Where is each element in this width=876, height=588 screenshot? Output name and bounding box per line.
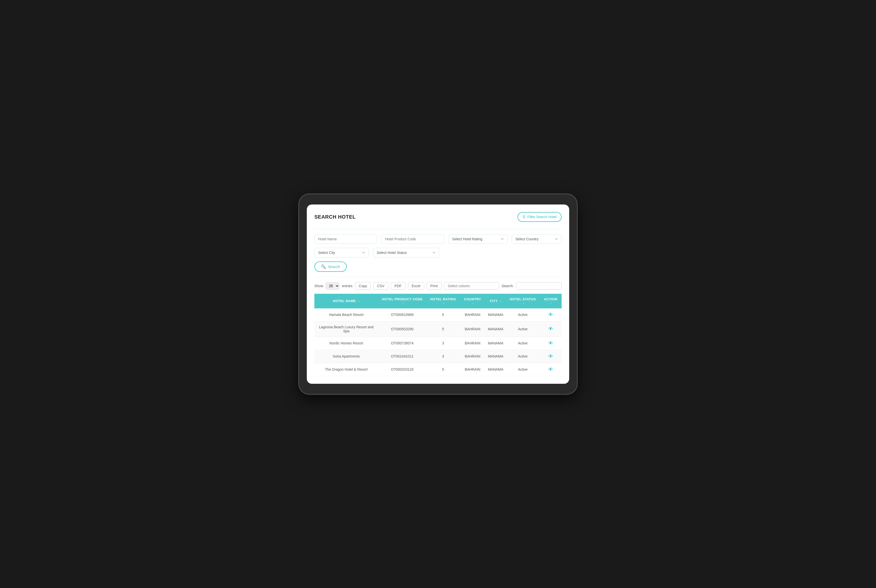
filter-search-button[interactable]: ⚲ Filter Search Hotel (517, 212, 562, 222)
cell-hotel-name: Lagoona Beach Luxury Resort and Spa (314, 321, 378, 337)
cell-action: 👁 (540, 337, 562, 350)
table-row: Lagoona Beach Luxury Resort and Spa OT00… (314, 321, 562, 337)
city-select[interactable]: Select City (314, 248, 369, 258)
cell-city: MANAMA (485, 337, 506, 350)
cell-city: MANAMA (485, 350, 506, 363)
cell-hotel-rating: 5 (427, 308, 460, 321)
tablet-screen: SEARCH HOTEL ⚲ Filter Search Hotel Selec… (307, 204, 569, 384)
cell-hotel-code: OT000610969 (378, 308, 427, 321)
form-row-2: Select City Select Hotel Status (314, 248, 562, 258)
pdf-button[interactable]: PDF (391, 282, 406, 290)
search-label: Search: (502, 284, 514, 288)
sort-icon-rating[interactable]: ↕ (443, 302, 445, 304)
hotel-name-input[interactable] (314, 234, 377, 244)
col-action: ACTION ↕ (540, 294, 562, 308)
table-search-input[interactable] (516, 282, 562, 290)
col-hotel-code: HOTEL PRODUCT CODE ↕ (378, 294, 427, 308)
sort-icon-country[interactable]: ↕ (473, 302, 474, 304)
cell-hotel-rating: 3 (427, 350, 460, 363)
cell-city: MANAMA (485, 321, 506, 337)
entries-label: entries (342, 284, 353, 288)
cell-hotel-status: Active (506, 321, 540, 337)
cell-hotel-name: Hamala Beach Resort (314, 308, 378, 321)
view-icon[interactable]: 👁 (548, 326, 553, 332)
excel-button[interactable]: Excel (408, 282, 424, 290)
hotel-status-select[interactable]: Select Hotel Status (373, 248, 439, 258)
cell-action: 👁 (540, 308, 562, 321)
cell-country: BAHRAIN (460, 363, 485, 376)
country-select[interactable]: Select Country (512, 234, 562, 244)
cell-hotel-status: Active (506, 308, 540, 321)
cell-country: BAHRAIN (460, 350, 485, 363)
page-title: SEARCH HOTEL (314, 214, 356, 220)
tablet-frame: SEARCH HOTEL ⚲ Filter Search Hotel Selec… (299, 194, 577, 394)
cell-country: BAHRAIN (460, 337, 485, 350)
sort-icon-action[interactable]: ↕ (550, 302, 552, 304)
cell-hotel-status: Active (506, 337, 540, 350)
col-hotel-rating: HOTEL RATING ↕ (427, 294, 460, 308)
cell-country: BAHRAIN (460, 321, 485, 337)
cell-action: 👁 (540, 321, 562, 337)
sort-icon-city[interactable]: ↕ (500, 300, 502, 303)
column-select-input[interactable] (444, 282, 499, 290)
hotel-table: HOTEL NAME ↕ HOTEL PRODUCT CODE ↕ HOTEL … (314, 294, 562, 376)
show-label: Show (314, 284, 323, 288)
view-icon[interactable]: 👁 (548, 367, 553, 372)
col-country: COUNTRY ↕ (460, 294, 485, 308)
cell-city: MANAMA (485, 363, 506, 376)
table-row: Hamala Beach Resort OT000610969 5 BAHRAI… (314, 308, 562, 321)
cell-action: 👁 (540, 350, 562, 363)
view-icon[interactable]: 👁 (548, 340, 553, 346)
divider (314, 277, 562, 277)
hotel-rating-select[interactable]: Select Hotel Rating (448, 234, 508, 244)
table-row: The Dragon Hotel & Resort OT000203133 5 … (314, 363, 562, 376)
col-hotel-status: HOTEL STATUS ↕ (506, 294, 540, 308)
cell-hotel-name: Nordic Homes Resort (314, 337, 378, 350)
cell-hotel-code: OT000553290 (378, 321, 427, 337)
view-icon[interactable]: 👁 (548, 354, 553, 359)
cell-hotel-code: OT000203133 (378, 363, 427, 376)
search-btn-label: Search (328, 264, 340, 269)
view-icon[interactable]: 👁 (548, 312, 553, 318)
entries-select[interactable]: 25 (326, 282, 340, 290)
cell-hotel-name: The Dragon Hotel & Resort (314, 363, 378, 376)
filter-icon: ⚲ (523, 214, 526, 219)
table-row: Suha Apartments OT001041011 3 BAHRAIN MA… (314, 350, 562, 363)
hotel-code-input[interactable] (381, 234, 444, 244)
sort-icon-status[interactable]: ↕ (523, 302, 524, 304)
col-city: CITY ↕ (485, 294, 506, 308)
form-row-1: Select Hotel Rating Select Country (314, 234, 562, 244)
cell-hotel-name: Suha Apartments (314, 350, 378, 363)
search-form: Select Hotel Rating Select Country Selec… (314, 229, 562, 272)
table-header-row: HOTEL NAME ↕ HOTEL PRODUCT CODE ↕ HOTEL … (314, 294, 562, 308)
cell-hotel-code: OT001041011 (378, 350, 427, 363)
copy-button[interactable]: Copy (355, 282, 371, 290)
form-row-3: 🔍 Search (314, 261, 562, 272)
cell-hotel-rating: 5 (427, 363, 460, 376)
table-header: HOTEL NAME ↕ HOTEL PRODUCT CODE ↕ HOTEL … (314, 294, 562, 308)
filter-btn-label: Filter Search Hotel (527, 215, 557, 219)
cell-hotel-code: OT000739574 (378, 337, 427, 350)
sort-icon-code[interactable]: ↕ (402, 302, 404, 304)
cell-hotel-status: Active (506, 363, 540, 376)
cell-hotel-rating: 5 (427, 321, 460, 337)
cell-hotel-rating: 3 (427, 337, 460, 350)
cell-country: BAHRAIN (460, 308, 485, 321)
cell-hotel-status: Active (506, 350, 540, 363)
cell-action: 👁 (540, 363, 562, 376)
print-button[interactable]: Print (427, 282, 442, 290)
cell-city: MANAMA (485, 308, 506, 321)
page-header: SEARCH HOTEL ⚲ Filter Search Hotel (314, 212, 562, 222)
search-button[interactable]: 🔍 Search (314, 261, 347, 272)
table-body: Hamala Beach Resort OT000610969 5 BAHRAI… (314, 308, 562, 376)
table-controls: Show 25 entries Copy CSV PDF Excel Print… (314, 282, 562, 290)
col-hotel-name: HOTEL NAME ↕ (314, 294, 378, 308)
search-icon: 🔍 (321, 264, 326, 269)
sort-icon-name[interactable]: ↕ (358, 300, 359, 303)
csv-button[interactable]: CSV (373, 282, 388, 290)
table-row: Nordic Homes Resort OT000739574 3 BAHRAI… (314, 337, 562, 350)
